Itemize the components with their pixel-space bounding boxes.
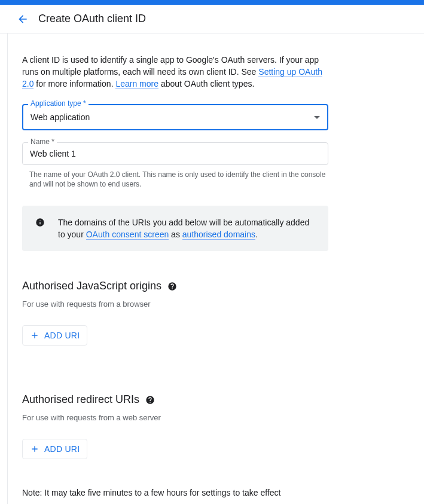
intro-text-3: about OAuth client types.: [158, 79, 254, 88]
application-type-field: Application type * Web application: [22, 104, 328, 130]
settings-note: Note: It may take five minutes to a few …: [22, 488, 410, 497]
chevron-down-icon: [314, 116, 320, 119]
name-input[interactable]: Web client 1: [22, 142, 328, 165]
learn-more-link[interactable]: Learn more: [115, 79, 158, 89]
redirect-uris-section: Authorised redirect URIs For use with re…: [22, 393, 328, 459]
name-field: Name * Web client 1: [22, 142, 328, 165]
name-value: Web client 1: [30, 149, 76, 158]
redirect-uris-desc: For use with requests from a web server: [22, 413, 328, 422]
window-topbar: [0, 0, 424, 5]
page-header: Create OAuth client ID: [0, 5, 424, 33]
add-uri-button-js[interactable]: ADD URI: [22, 325, 87, 346]
application-type-value: Web application: [30, 112, 90, 122]
info-icon: [35, 218, 45, 227]
application-type-label: Application type *: [28, 99, 89, 108]
help-icon[interactable]: [145, 395, 155, 405]
info-text-2: as: [169, 230, 182, 239]
name-label: Name *: [28, 138, 57, 146]
js-origins-heading: Authorised JavaScript origins: [22, 280, 328, 292]
consent-screen-link[interactable]: OAuth consent screen: [86, 230, 169, 240]
plus-icon: [30, 444, 39, 454]
intro-paragraph: A client ID is used to identify a single…: [22, 54, 333, 90]
authorised-domains-link[interactable]: authorised domains: [182, 230, 255, 240]
back-arrow-icon[interactable]: [17, 13, 29, 25]
content-area: A client ID is used to identify a single…: [7, 33, 424, 504]
add-uri-label-redirect: ADD URI: [44, 444, 80, 454]
intro-text-2: for more information.: [33, 79, 115, 88]
redirect-uris-heading: Authorised redirect URIs: [22, 393, 328, 406]
info-panel: The domains of the URIs you add below wi…: [22, 206, 328, 251]
name-helper-text: The name of your OAuth 2.0 client. This …: [29, 170, 328, 189]
plus-icon: [30, 331, 39, 340]
redirect-uris-title: Authorised redirect URIs: [22, 393, 139, 406]
js-origins-section: Authorised JavaScript origins For use wi…: [22, 280, 328, 346]
page-title: Create OAuth client ID: [38, 13, 146, 25]
help-icon[interactable]: [167, 282, 177, 291]
add-uri-button-redirect[interactable]: ADD URI: [22, 439, 87, 459]
info-text-3: .: [255, 230, 258, 239]
js-origins-desc: For use with requests from a browser: [22, 300, 328, 308]
js-origins-title: Authorised JavaScript origins: [22, 280, 161, 292]
application-type-select[interactable]: Web application: [22, 104, 328, 130]
info-text: The domains of the URIs you add below wi…: [58, 216, 316, 240]
add-uri-label-js: ADD URI: [44, 331, 80, 340]
